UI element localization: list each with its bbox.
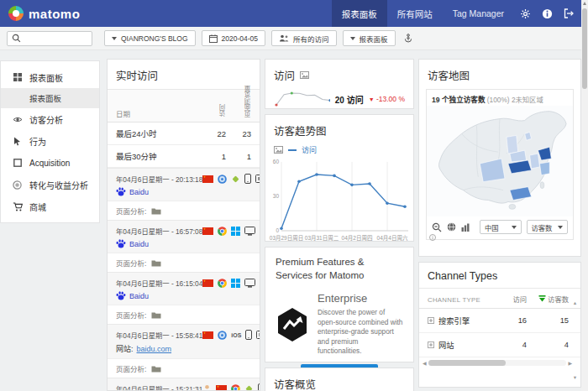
folder-icon[interactable]	[151, 259, 161, 267]
sidebar-item-label: 报表面板	[29, 71, 63, 84]
expand-icon[interactable]	[428, 341, 434, 348]
scrollbar-thumb[interactable]	[582, 8, 587, 89]
chevron-down-icon	[512, 226, 517, 229]
visits-title: 访问	[274, 67, 295, 83]
map-summary: 19 个独立访客数 (100%) 2未知区域	[427, 90, 573, 106]
chrome-browser-icon	[218, 227, 227, 236]
table-row[interactable]: 搜索引擎 16 15	[419, 309, 580, 333]
globe-icon[interactable]	[447, 222, 456, 232]
site-selector-button[interactable]: QIANRONG'S BLOG	[104, 30, 196, 46]
settings-gear-icon[interactable]	[514, 0, 536, 27]
sidebar-subitem-dashboard[interactable]: 报表面板	[1, 88, 99, 108]
col-pageviews: 页面浏览量	[245, 86, 252, 117]
nav-tag-manager[interactable]: Tag Manager	[443, 0, 514, 27]
referrer-label[interactable]: Baidu	[129, 240, 149, 248]
sidebar-item-goals[interactable]: 转化与收益分析	[1, 174, 99, 196]
referrer-link[interactable]: baidu.com	[137, 345, 172, 353]
svg-text:03月31日周二: 03月31日周二	[305, 235, 339, 242]
china-map[interactable]	[427, 106, 573, 216]
scroll-up-icon[interactable]	[583, 2, 586, 5]
sort-desc-icon	[538, 295, 546, 302]
map-region-medium[interactable]	[539, 162, 549, 175]
map-metric-select[interactable]: 访客数	[527, 220, 569, 234]
svg-text:03月29日周日: 03月29日周日	[270, 235, 303, 242]
vertical-scrollbar[interactable]: ▲ ▼	[572, 301, 578, 380]
map-region-select[interactable]: 中国	[480, 220, 522, 234]
visitor-trend-chart[interactable]: 0306003月29日周日03月31日周二04月2日周四04月4日周六	[269, 155, 412, 244]
sidebar-subitem-label: 报表面板	[29, 92, 61, 104]
scrollbar-thumb[interactable]	[428, 360, 506, 366]
visitor-log-entry: 年04月6日星期一 - 15:58:41 iOS 网站: baidu.com	[108, 324, 260, 358]
sidebar-item-acquisition[interactable]: Acquisition	[1, 152, 99, 174]
channel-table-header: CHANNEL TYPE 访问 访客数	[419, 288, 580, 309]
table-row[interactable]: 网站 4 4	[419, 333, 580, 357]
col-visitors[interactable]: 访客数	[527, 294, 569, 304]
cart-icon	[12, 202, 23, 211]
help-info-icon[interactable]	[536, 0, 558, 27]
safari-browser-icon	[218, 175, 227, 184]
image-export-icon[interactable]	[274, 146, 283, 154]
folder-icon[interactable]	[151, 311, 161, 319]
chevron-down-icon	[350, 37, 355, 40]
chevron-down-icon	[558, 226, 563, 229]
col-visits[interactable]: 访问	[498, 294, 527, 304]
sidebar-item-behaviour[interactable]: 行为	[1, 130, 99, 152]
image-export-icon[interactable]	[300, 71, 309, 79]
baidu-paw-icon	[116, 291, 126, 300]
segment-selector-button[interactable]: 所有的访问	[271, 30, 337, 46]
anchor-icon[interactable]	[404, 34, 412, 43]
sidebar-item-label: 行为	[29, 135, 46, 148]
visit-time: 年04月6日星期一 - 16:15:04	[116, 278, 202, 288]
map-region-light[interactable]	[507, 135, 518, 154]
date-picker-button[interactable]: 2020-04-05	[202, 30, 265, 46]
page-analysis-label: 页面分析:	[116, 206, 146, 216]
realtime-table-header: 日期 访问 页面浏览量	[108, 89, 260, 123]
expand-icon[interactable]	[428, 317, 434, 324]
page-scrollbar[interactable]	[581, 0, 588, 391]
visitor-log-entry: 年04月6日星期一 - 16:57:08 Baidu	[108, 220, 260, 253]
sidebar-item-visitors[interactable]: 访客分析	[1, 108, 99, 130]
nav-dashboard[interactable]: 报表面板	[332, 0, 387, 27]
referrer-label[interactable]: Baidu	[129, 188, 149, 196]
horizontal-scrollbar[interactable]: ◀ ▶	[423, 359, 572, 367]
map-info-icon[interactable]	[429, 234, 436, 241]
mobile-device-icon	[245, 330, 252, 340]
folder-icon[interactable]	[151, 207, 161, 215]
sidebar-item-ecommerce[interactable]: 商城	[1, 196, 99, 217]
referrer-label[interactable]: Baidu	[129, 292, 149, 300]
folder-icon[interactable]	[151, 365, 161, 373]
signout-icon[interactable]	[558, 0, 580, 27]
nav-all-websites[interactable]: 所有网站	[387, 0, 443, 27]
col-visits: 访问	[220, 104, 227, 117]
scroll-down-icon[interactable]: ▼	[573, 376, 577, 381]
matomo-home-link[interactable]: matomo	[8, 6, 80, 21]
scroll-up-icon[interactable]: ▲	[573, 301, 577, 306]
page-analysis-row: 页面分析:	[108, 358, 260, 378]
trend-title: 访客趋势图	[265, 115, 413, 144]
visits-sparkline[interactable]	[274, 91, 330, 107]
scroll-left-icon[interactable]: ◀	[423, 361, 427, 366]
china-flag-icon	[202, 227, 213, 235]
dashboard-selector-button[interactable]: 报表面板	[343, 30, 396, 46]
premium-features-widget: Premium Features & Services for Matomo E…	[265, 247, 414, 362]
baidu-paw-icon	[116, 239, 126, 248]
referrer-type-label: 网站:	[116, 343, 134, 354]
sidebar-item-label: 访客分析	[29, 113, 63, 126]
dashboard-selector-label: 报表面板	[360, 34, 388, 44]
search-input[interactable]	[7, 31, 92, 46]
zoom-out-icon[interactable]	[432, 222, 442, 232]
resolution-icon	[256, 331, 260, 339]
square-icon	[12, 159, 23, 167]
visitor-overview-widget: 访客概览	[265, 368, 414, 391]
sidebar-item-label: 商城	[29, 201, 46, 213]
sidebar-item-dashboard[interactable]: 报表面板	[1, 66, 99, 88]
col-channel-type[interactable]: CHANNEL TYPE	[428, 296, 498, 304]
bar-chart-icon[interactable]	[461, 223, 470, 232]
channel-name: 网站	[438, 339, 454, 351]
svg-text:60: 60	[273, 159, 280, 164]
windows-os-icon	[231, 227, 240, 236]
svg-text:0: 0	[276, 227, 279, 233]
row-label: 最后24小时	[116, 128, 204, 139]
map-region-light[interactable]	[530, 154, 540, 169]
legend-label[interactable]: 访问	[302, 144, 317, 155]
